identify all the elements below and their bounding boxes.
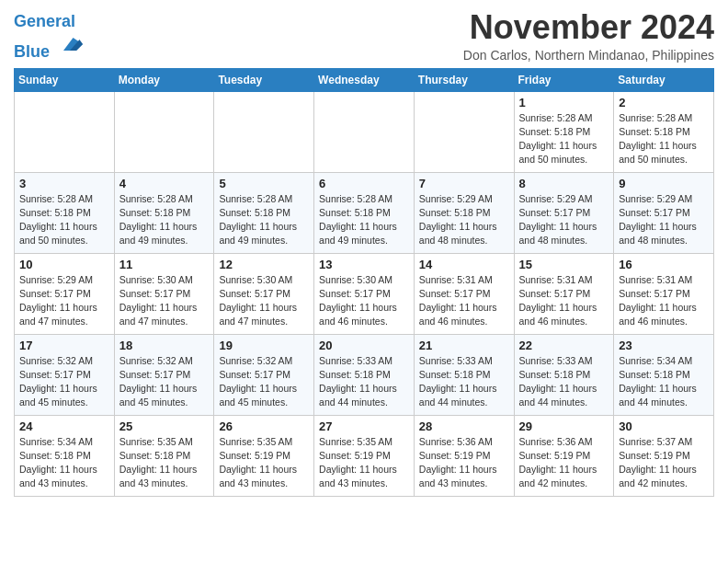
calendar-cell: 19Sunrise: 5:32 AM Sunset: 5:17 PM Dayli… xyxy=(214,334,314,415)
month-title: November 2024 xyxy=(463,9,714,46)
day-info: Sunrise: 5:33 AM Sunset: 5:18 PM Dayligh… xyxy=(519,354,609,410)
calendar-cell: 24Sunrise: 5:34 AM Sunset: 5:18 PM Dayli… xyxy=(15,415,115,496)
day-number: 30 xyxy=(619,419,709,433)
weekday-friday: Friday xyxy=(514,68,614,91)
day-info: Sunrise: 5:28 AM Sunset: 5:18 PM Dayligh… xyxy=(519,111,609,167)
calendar-cell: 29Sunrise: 5:36 AM Sunset: 5:19 PM Dayli… xyxy=(514,415,614,496)
calendar-cell: 30Sunrise: 5:37 AM Sunset: 5:19 PM Dayli… xyxy=(614,415,714,496)
day-number: 28 xyxy=(419,419,509,433)
day-number: 18 xyxy=(119,339,210,352)
day-info: Sunrise: 5:30 AM Sunset: 5:17 PM Dayligh… xyxy=(119,273,210,329)
calendar-cell: 9Sunrise: 5:29 AM Sunset: 5:17 PM Daylig… xyxy=(614,172,714,253)
week-row-3: 10Sunrise: 5:29 AM Sunset: 5:17 PM Dayli… xyxy=(15,253,714,334)
day-number: 10 xyxy=(19,258,109,271)
day-number: 27 xyxy=(319,419,409,433)
calendar-cell: 12Sunrise: 5:30 AM Sunset: 5:17 PM Dayli… xyxy=(214,253,314,334)
calendar-cell: 27Sunrise: 5:35 AM Sunset: 5:19 PM Dayli… xyxy=(314,415,415,496)
day-info: Sunrise: 5:34 AM Sunset: 5:18 PM Dayligh… xyxy=(619,354,709,410)
day-info: Sunrise: 5:35 AM Sunset: 5:19 PM Dayligh… xyxy=(319,435,409,491)
calendar-cell: 15Sunrise: 5:31 AM Sunset: 5:17 PM Dayli… xyxy=(514,253,614,334)
day-info: Sunrise: 5:28 AM Sunset: 5:18 PM Dayligh… xyxy=(19,192,109,248)
calendar-cell: 1Sunrise: 5:28 AM Sunset: 5:18 PM Daylig… xyxy=(514,91,614,172)
location: Don Carlos, Northern Mindanao, Philippin… xyxy=(463,48,714,63)
day-info: Sunrise: 5:29 AM Sunset: 5:17 PM Dayligh… xyxy=(619,192,709,248)
calendar-body: 1Sunrise: 5:28 AM Sunset: 5:18 PM Daylig… xyxy=(15,91,714,496)
day-number: 23 xyxy=(619,339,709,352)
weekday-header-row: SundayMondayTuesdayWednesdayThursdayFrid… xyxy=(15,68,714,91)
day-number: 21 xyxy=(419,339,509,352)
day-info: Sunrise: 5:31 AM Sunset: 5:17 PM Dayligh… xyxy=(419,273,509,329)
logo: General Blue xyxy=(14,13,83,62)
week-row-2: 3Sunrise: 5:28 AM Sunset: 5:18 PM Daylig… xyxy=(15,172,714,253)
day-info: Sunrise: 5:35 AM Sunset: 5:19 PM Dayligh… xyxy=(219,435,309,491)
day-number: 25 xyxy=(119,419,210,433)
day-number: 1 xyxy=(519,96,609,109)
day-number: 5 xyxy=(219,177,309,190)
day-info: Sunrise: 5:31 AM Sunset: 5:17 PM Dayligh… xyxy=(519,273,609,329)
calendar-cell: 18Sunrise: 5:32 AM Sunset: 5:17 PM Dayli… xyxy=(114,334,214,415)
day-info: Sunrise: 5:28 AM Sunset: 5:18 PM Dayligh… xyxy=(119,192,210,248)
calendar-cell: 26Sunrise: 5:35 AM Sunset: 5:19 PM Dayli… xyxy=(214,415,314,496)
day-number: 12 xyxy=(219,258,309,271)
calendar-cell: 7Sunrise: 5:29 AM Sunset: 5:18 PM Daylig… xyxy=(414,172,514,253)
day-number: 14 xyxy=(419,258,509,271)
day-number: 8 xyxy=(519,177,609,190)
page-header: General Blue November 2024 Don Carlos, N… xyxy=(14,9,714,63)
day-number: 6 xyxy=(319,177,409,190)
calendar-cell: 17Sunrise: 5:32 AM Sunset: 5:17 PM Dayli… xyxy=(15,334,115,415)
day-info: Sunrise: 5:32 AM Sunset: 5:17 PM Dayligh… xyxy=(119,354,210,410)
calendar-cell: 16Sunrise: 5:31 AM Sunset: 5:17 PM Dayli… xyxy=(614,253,714,334)
calendar-cell: 21Sunrise: 5:33 AM Sunset: 5:18 PM Dayli… xyxy=(414,334,514,415)
day-number: 16 xyxy=(619,258,709,271)
day-number: 11 xyxy=(119,258,210,271)
weekday-thursday: Thursday xyxy=(414,68,514,91)
calendar-cell: 22Sunrise: 5:33 AM Sunset: 5:18 PM Dayli… xyxy=(514,334,614,415)
calendar-cell: 5Sunrise: 5:28 AM Sunset: 5:18 PM Daylig… xyxy=(214,172,314,253)
calendar-cell xyxy=(15,91,115,172)
day-info: Sunrise: 5:28 AM Sunset: 5:18 PM Dayligh… xyxy=(319,192,409,248)
day-number: 2 xyxy=(619,96,709,109)
calendar-cell: 13Sunrise: 5:30 AM Sunset: 5:17 PM Dayli… xyxy=(314,253,415,334)
calendar-cell: 10Sunrise: 5:29 AM Sunset: 5:17 PM Dayli… xyxy=(15,253,115,334)
calendar-cell: 23Sunrise: 5:34 AM Sunset: 5:18 PM Dayli… xyxy=(614,334,714,415)
calendar-cell xyxy=(314,91,415,172)
title-block: November 2024 Don Carlos, Northern Minda… xyxy=(463,9,714,63)
week-row-5: 24Sunrise: 5:34 AM Sunset: 5:18 PM Dayli… xyxy=(15,415,714,496)
calendar-cell xyxy=(114,91,214,172)
calendar-header: SundayMondayTuesdayWednesdayThursdayFrid… xyxy=(15,68,714,91)
day-info: Sunrise: 5:28 AM Sunset: 5:18 PM Dayligh… xyxy=(219,192,309,248)
day-info: Sunrise: 5:28 AM Sunset: 5:18 PM Dayligh… xyxy=(619,111,709,167)
day-info: Sunrise: 5:29 AM Sunset: 5:17 PM Dayligh… xyxy=(19,273,109,329)
calendar-cell: 8Sunrise: 5:29 AM Sunset: 5:17 PM Daylig… xyxy=(514,172,614,253)
calendar-cell: 4Sunrise: 5:28 AM Sunset: 5:18 PM Daylig… xyxy=(114,172,214,253)
day-number: 17 xyxy=(19,339,109,352)
calendar-cell: 11Sunrise: 5:30 AM Sunset: 5:17 PM Dayli… xyxy=(114,253,214,334)
calendar-cell: 14Sunrise: 5:31 AM Sunset: 5:17 PM Dayli… xyxy=(414,253,514,334)
day-info: Sunrise: 5:32 AM Sunset: 5:17 PM Dayligh… xyxy=(19,354,109,410)
calendar-cell: 2Sunrise: 5:28 AM Sunset: 5:18 PM Daylig… xyxy=(614,91,714,172)
day-number: 24 xyxy=(19,419,109,433)
day-number: 9 xyxy=(619,177,709,190)
calendar-cell xyxy=(214,91,314,172)
day-info: Sunrise: 5:37 AM Sunset: 5:19 PM Dayligh… xyxy=(619,435,709,491)
day-info: Sunrise: 5:36 AM Sunset: 5:19 PM Dayligh… xyxy=(519,435,609,491)
week-row-4: 17Sunrise: 5:32 AM Sunset: 5:17 PM Dayli… xyxy=(15,334,714,415)
day-info: Sunrise: 5:33 AM Sunset: 5:18 PM Dayligh… xyxy=(419,354,509,410)
day-info: Sunrise: 5:29 AM Sunset: 5:18 PM Dayligh… xyxy=(419,192,509,248)
weekday-sunday: Sunday xyxy=(15,68,115,91)
day-number: 3 xyxy=(19,177,109,190)
day-info: Sunrise: 5:36 AM Sunset: 5:19 PM Dayligh… xyxy=(419,435,509,491)
day-info: Sunrise: 5:35 AM Sunset: 5:18 PM Dayligh… xyxy=(119,435,210,491)
calendar-cell: 25Sunrise: 5:35 AM Sunset: 5:18 PM Dayli… xyxy=(114,415,214,496)
logo-icon xyxy=(57,31,83,57)
calendar-table: SundayMondayTuesdayWednesdayThursdayFrid… xyxy=(14,68,714,497)
logo-blue: Blue xyxy=(14,42,50,61)
day-number: 20 xyxy=(319,339,409,352)
day-info: Sunrise: 5:32 AM Sunset: 5:17 PM Dayligh… xyxy=(219,354,309,410)
logo-general: General xyxy=(14,12,75,30)
calendar-cell: 6Sunrise: 5:28 AM Sunset: 5:18 PM Daylig… xyxy=(314,172,415,253)
day-number: 22 xyxy=(519,339,609,352)
day-info: Sunrise: 5:30 AM Sunset: 5:17 PM Dayligh… xyxy=(219,273,309,329)
weekday-tuesday: Tuesday xyxy=(214,68,314,91)
day-number: 26 xyxy=(219,419,309,433)
